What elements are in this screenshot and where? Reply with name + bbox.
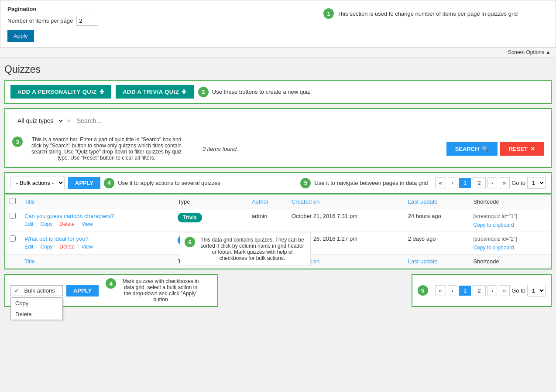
bulk-select-bottom-label: ✓ - Bulk actions - [14, 287, 58, 294]
add-personality-quiz-button[interactable]: ADD A PERSONALITY QUIZ ✚ [10, 85, 111, 99]
search-icon: 🔍 [482, 146, 489, 152]
page-2-bottom[interactable]: 2 [473, 285, 485, 296]
add-personality-label: ADD A PERSONALITY QUIZ [17, 89, 97, 95]
pagination-apply-button[interactable]: Apply [7, 30, 34, 42]
callout-5-bottom: 5 [418, 285, 428, 296]
screen-options-label[interactable]: Screen Options ▲ [508, 49, 551, 55]
reset-button[interactable]: RESET ✕ [500, 142, 544, 156]
row-2-shortcode: [streamquiz id="2"] [473, 236, 517, 242]
goto-select-bottom[interactable]: 1 2 [527, 285, 546, 297]
page-1-bottom[interactable]: 1 [459, 286, 471, 296]
row-1-created: October 21, 2016 7:31 pm [287, 209, 404, 232]
first-page-bottom[interactable]: « [435, 285, 446, 296]
col-author: Author [247, 194, 287, 209]
tooltip-6-row: 6 This data grid contains quizzes. They … [5, 232, 551, 232]
dropdown-delete[interactable]: Delete [11, 309, 62, 320]
callout-5-top: 5 [300, 178, 311, 188]
search-input[interactable] [73, 116, 544, 126]
add-trivia-label: ADD A TRIVIA QUIZ [123, 89, 179, 95]
next-page-top[interactable]: › [487, 177, 497, 188]
footer-col-lastupdate[interactable]: Last update [404, 255, 469, 269]
row-2-title[interactable]: What pet is ideal for you? [24, 235, 89, 242]
row-1-author: admin [247, 209, 287, 232]
last-page-top[interactable]: » [499, 177, 510, 188]
row-2-delete[interactable]: Delete [59, 244, 75, 250]
plus-icon-personality: ✚ [100, 89, 105, 95]
row-1-edit[interactable]: Edit [24, 221, 34, 227]
col-title[interactable]: Title [20, 194, 173, 209]
row-1-shortcode: [streamquiz id="1"] [473, 213, 517, 219]
row-2-checkbox[interactable] [10, 235, 16, 242]
row-1-title[interactable]: Can you guess cartoon characters? [24, 213, 114, 219]
row-1-lastupdate: 24 hours ago [404, 209, 469, 232]
row-2-edit[interactable]: Edit [24, 244, 34, 250]
dropdown-copy[interactable]: Copy [11, 298, 62, 309]
page-1-top[interactable]: 1 [459, 178, 471, 188]
bulk-actions-top-select[interactable]: - Bulk actions - Copy Delete [10, 177, 65, 189]
page-2-top[interactable]: 2 [473, 177, 485, 188]
row-2-view[interactable]: View [82, 244, 93, 250]
bulk-apply-bottom-button[interactable]: APPLY [66, 285, 99, 297]
search-button[interactable]: SEARCH 🔍 [446, 142, 498, 156]
first-page-top[interactable]: « [435, 177, 446, 188]
add-buttons-tooltip: Use these buttons to create a new quiz [212, 89, 310, 95]
items-per-page-label: Number of items per page [7, 17, 73, 24]
col-created[interactable]: Created on [287, 194, 404, 209]
plus-icon-trivia: ✚ [182, 89, 187, 95]
search-tooltip: This is a search bar. Enter a part of qu… [26, 136, 187, 161]
col-shortcode: Shortcode [469, 194, 551, 209]
grid-tooltip: This data grid contains quizzes. They ca… [199, 237, 306, 261]
search-label: SEARCH [455, 146, 479, 152]
row-1-view[interactable]: View [82, 221, 93, 227]
col-lastupdate[interactable]: Last update [404, 194, 469, 209]
items-found: 3 items found. [202, 146, 238, 152]
row-2-copy[interactable]: Copy [41, 244, 53, 250]
callout-2: 2 [198, 87, 209, 97]
goto-select-top[interactable]: 1 2 [527, 177, 546, 189]
items-per-page-input[interactable] [76, 16, 98, 26]
select-all-checkbox[interactable] [10, 198, 16, 204]
table-row: Can you guess cartoon characters? Edit |… [5, 209, 551, 232]
callout-1: 1 [323, 8, 334, 19]
close-icon: ✕ [530, 146, 535, 152]
goto-label-top: Go to [511, 180, 525, 186]
bulk-apply-top-button[interactable]: APPLY [68, 177, 100, 189]
page-title: Quizzes [4, 60, 552, 78]
prev-page-bottom[interactable]: ‹ [448, 285, 457, 296]
row-1-type-badge: Trivia [178, 213, 202, 222]
row-1-delete[interactable]: Delete [59, 221, 75, 227]
row-2-copy-clipboard[interactable]: Copy to clipboard [473, 245, 546, 251]
callout-4-top: 4 [104, 178, 114, 188]
row-2-lastupdate: 2 days ago [404, 232, 469, 255]
prev-page-top[interactable]: ‹ [448, 177, 457, 188]
bulk-tooltip-bottom: Mark quizzes with checkboxes in data gri… [120, 278, 202, 303]
add-trivia-quiz-button[interactable]: ADD A TRIVIA QUIZ ✚ [116, 85, 194, 99]
row-1-copy-clipboard[interactable]: Copy to clipboard [473, 222, 546, 228]
footer-col-shortcode: Shortcode [469, 255, 551, 269]
reset-label: RESET [509, 146, 528, 152]
callout-4-bottom: 4 [106, 278, 116, 289]
pagination-tooltip-text: This section is used to change number of… [337, 10, 518, 17]
bulk-tooltip-top: Use it to apply actions to several quizz… [118, 180, 220, 186]
quiz-type-select[interactable]: All quiz types Trivia Personality [12, 115, 64, 126]
col-type: Type [173, 194, 247, 209]
callout-6: 6 [185, 237, 195, 247]
callout-3: 3 [12, 136, 23, 147]
goto-label-bottom: Go to [511, 287, 525, 294]
next-page-bottom[interactable]: › [487, 285, 497, 296]
footer-col-title[interactable]: Title [20, 255, 173, 269]
row-1-checkbox[interactable] [10, 213, 16, 219]
nav-tooltip-top: Use it to navigate between pages in data… [314, 180, 428, 186]
last-page-bottom[interactable]: » [499, 285, 510, 296]
row-1-copy[interactable]: Copy [41, 221, 53, 227]
